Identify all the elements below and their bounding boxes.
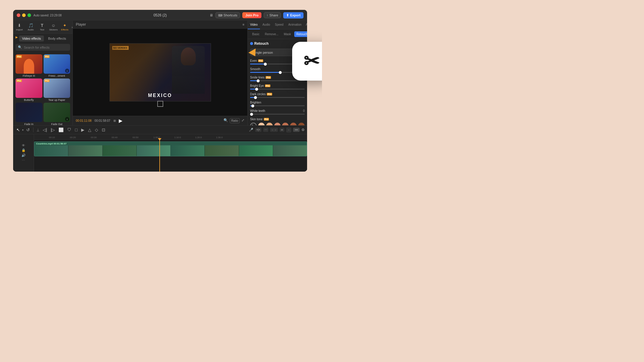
effect-label-butterfly: Butterfly — [16, 98, 42, 101]
skin-none-button[interactable] — [250, 123, 257, 125]
share-button[interactable]: ↑ Share — [264, 12, 281, 18]
maximize-button[interactable] — [27, 13, 31, 17]
import-icon: ⬇ — [18, 23, 21, 28]
divider — [33, 127, 33, 132]
effect-label-tearpaper: Tear up Paper — [44, 98, 70, 101]
track-add-btn[interactable]: +|+ — [255, 128, 261, 132]
tab-audio[interactable]: Audio — [260, 21, 272, 29]
more-tool[interactable]: ⊡ — [101, 127, 106, 133]
player-menu-icon[interactable]: ≡ — [243, 23, 244, 26]
effect-butterfly[interactable]: Pro Butterfly — [16, 78, 42, 101]
tab-adjustment[interactable]: Adj... » — [304, 21, 307, 29]
track-controls-left: 👁 🔒 🔊 ⋯ — [13, 134, 34, 172]
white-teeth-slider[interactable] — [250, 114, 305, 115]
subtab-mask[interactable]: Mask — [282, 31, 293, 37]
shortcuts-button[interactable]: ⌨ Shortcuts — [215, 12, 240, 18]
tab-video-effects[interactable]: Video effects — [19, 36, 44, 41]
effect-fadein[interactable]: Fade In — [16, 103, 42, 125]
pro-badge: Pro — [266, 76, 271, 79]
trim-left-tool[interactable]: ◁| — [42, 127, 48, 133]
effect-fadeout[interactable]: ↓ Fade Out — [44, 103, 70, 125]
track-audio-icon[interactable]: 🔊 — [21, 153, 26, 157]
effect-label-fadein: Fade In — [16, 123, 42, 125]
toolbar-audio[interactable]: 🎵 Audio — [25, 22, 36, 32]
toolbar-text[interactable]: T Text — [36, 22, 48, 32]
toolbar-effects[interactable]: ✦ Effects — [59, 22, 70, 32]
track-zoom-out[interactable]: － — [286, 127, 291, 133]
track-more-icon[interactable]: ⋯ — [22, 158, 25, 162]
skin-swatch-5[interactable] — [290, 123, 297, 125]
play-button[interactable]: ▶ — [119, 118, 122, 124]
zoom-icon[interactable]: 🔍 — [224, 118, 228, 123]
effect-freeze[interactable]: Pro ↓ Freez...oment — [44, 54, 70, 77]
subtab-remove[interactable]: Remove... — [263, 31, 281, 37]
join-pro-button[interactable]: Join Pro — [242, 12, 261, 18]
tab-animation[interactable]: Animation — [286, 21, 304, 29]
skin-swatch-4[interactable] — [282, 123, 289, 125]
fullscreen-icon[interactable]: ⤢ — [241, 118, 244, 123]
pro-badge: Pro — [16, 55, 22, 58]
bright-eye-slider[interactable] — [250, 89, 305, 90]
skin-swatch-6[interactable] — [298, 123, 305, 125]
bookmark-tool[interactable]: ⛉ — [66, 127, 72, 133]
track-merge-btn[interactable]: ←→ — [270, 128, 278, 132]
toolbar-import[interactable]: ⬇ Import — [14, 22, 25, 32]
skin-swatch-1[interactable] — [258, 123, 265, 125]
toolbar-effects-label: Effects — [61, 28, 68, 31]
ratio-button[interactable]: Ratio — [230, 118, 240, 123]
main-content: ⬇ Import 🎵 Audio T Text ☺ Stickers ✦ — [13, 21, 307, 125]
player-center-control[interactable] — [157, 101, 163, 107]
dark-circles-slider[interactable] — [250, 97, 305, 98]
pro-badge: Pro — [44, 79, 50, 82]
play-range-tool[interactable]: ▶ — [80, 127, 85, 133]
undo-tool[interactable]: ↺ — [25, 127, 31, 133]
mask-tool[interactable]: ◇ — [94, 127, 99, 133]
track-eye-icon[interactable]: 👁 — [22, 144, 25, 147]
effects-grid: Pro Fisheye III Pro ↓ Freez...oment — [13, 53, 73, 125]
share-icon: ↑ — [266, 13, 268, 17]
pro-badge: Pro — [267, 93, 272, 95]
split-tool[interactable]: ⟂ — [36, 127, 40, 133]
tool-dropdown[interactable]: ▾ — [22, 128, 24, 132]
crop-tool[interactable]: □ — [74, 127, 78, 133]
download-icon: ↓ — [65, 117, 69, 121]
subtab-basic[interactable]: Basic — [250, 31, 261, 37]
grid-icon[interactable]: ⊞ — [113, 119, 116, 122]
track-lock-icon[interactable]: 🔒 — [21, 148, 26, 152]
tab-body-effects[interactable]: Body effects — [45, 36, 69, 41]
bottom-area: ↖ ▾ ↺ ⟂ ◁| |▷ ⬜ ⛉ □ ▶ △ ◇ ⊡ 🎤 +|+ ⋯ ←→ ⇔… — [13, 125, 307, 172]
effect-fisheye[interactable]: Pro Fisheye III — [16, 54, 42, 77]
toolbar-more-button[interactable]: » — [70, 24, 73, 30]
keyboard-icon: ⌨ — [218, 14, 222, 17]
search-bar: 🔍 — [16, 44, 70, 51]
mic-icon[interactable]: 🎤 — [249, 128, 253, 132]
download-icon: ↓ — [65, 69, 69, 73]
effect-tearpaper[interactable]: Pro Tear up Paper — [44, 78, 70, 101]
search-input[interactable] — [24, 46, 68, 49]
track-zoom-slider[interactable]: ━━ — [293, 128, 300, 132]
smile-slider[interactable] — [250, 80, 305, 81]
ruler-mark: 1:20:0 — [195, 136, 202, 139]
video-track[interactable]: Countries.mp4 00:01:58:07 — [34, 141, 307, 156]
toolbar-stickers[interactable]: ☺ Stickers — [48, 22, 59, 32]
settings-icon[interactable]: ⚙ — [301, 128, 305, 132]
track-split-btn[interactable]: ⋯ — [263, 128, 268, 132]
brighten-slider[interactable] — [250, 105, 305, 106]
minimize-button[interactable] — [22, 13, 26, 17]
player-view: NO VERDES MEXICO — [73, 29, 247, 116]
delete-tool[interactable]: ⬜ — [58, 127, 64, 133]
timeline-toolbar: ↖ ▾ ↺ ⟂ ◁| |▷ ⬜ ⛉ □ ▶ △ ◇ ⊡ 🎤 +|+ ⋯ ←→ ⇔… — [13, 126, 307, 134]
track-link-btn[interactable]: ⇔ — [280, 128, 284, 132]
skin-swatch-3[interactable] — [274, 123, 281, 125]
subtab-retouch[interactable]: Retouch — [294, 31, 307, 37]
close-button[interactable] — [17, 13, 20, 17]
select-tool[interactable]: ↖ — [16, 127, 21, 133]
mark-tool[interactable]: △ — [87, 127, 92, 133]
export-button[interactable]: ⬆ Export — [283, 12, 303, 19]
search-icon: 🔍 — [18, 45, 22, 49]
trim-right-tool[interactable]: |▷ — [50, 127, 56, 133]
tab-video[interactable]: Video — [248, 21, 260, 29]
skin-swatch-2[interactable] — [266, 123, 273, 125]
tab-speed[interactable]: Speed — [272, 21, 286, 29]
retouch-skin-tone: Skin tone Pro — [250, 118, 305, 125]
